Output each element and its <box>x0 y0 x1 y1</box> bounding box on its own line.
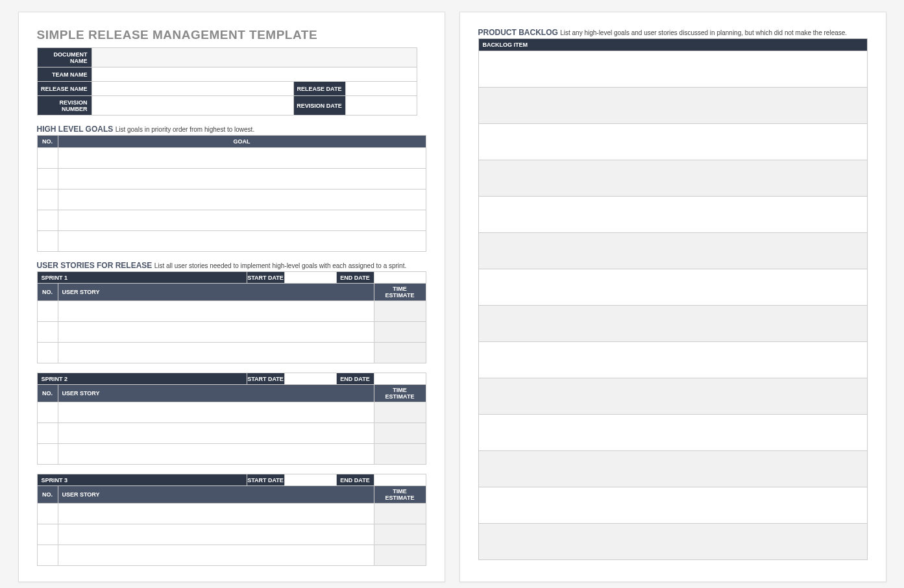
backlog-cell[interactable] <box>478 233 867 269</box>
story-no-cell[interactable] <box>37 343 58 363</box>
story-cell[interactable] <box>58 423 374 444</box>
backlog-cell[interactable] <box>478 524 867 560</box>
sprint-3-end-label: END DATE <box>336 474 374 486</box>
sprint-col-time: TIME ESTIMATE <box>374 486 426 504</box>
story-cell[interactable] <box>58 343 374 363</box>
story-no-cell[interactable] <box>37 402 58 423</box>
goal-no-cell[interactable] <box>37 210 58 231</box>
rev-num-label: REVISION NUMBER <box>37 96 92 116</box>
sprint-1-end-field[interactable] <box>374 272 426 284</box>
story-no-cell[interactable] <box>37 524 58 545</box>
backlog-cell[interactable] <box>478 124 867 160</box>
sprint-2-name: SPRINT 2 <box>37 373 247 385</box>
sprint-2-start-label: START DATE <box>247 373 284 385</box>
release-date-field[interactable] <box>345 82 417 96</box>
goals-heading: HIGH LEVEL GOALS List goals in priority … <box>37 125 426 134</box>
backlog-cell[interactable] <box>478 415 867 451</box>
backlog-cell[interactable] <box>478 51 867 88</box>
story-time-cell[interactable] <box>374 402 426 423</box>
backlog-cell[interactable] <box>478 342 867 378</box>
story-no-cell[interactable] <box>37 423 58 444</box>
backlog-heading: PRODUCT BACKLOG List any high-level goal… <box>478 28 868 37</box>
sprint-2-start-field[interactable] <box>284 373 336 385</box>
sprint-col-no: NO. <box>37 385 58 402</box>
story-cell[interactable] <box>58 444 374 465</box>
goal-cell[interactable] <box>58 190 426 210</box>
backlog-cell[interactable] <box>478 197 867 233</box>
backlog-cell[interactable] <box>478 269 867 306</box>
story-cell[interactable] <box>58 301 374 322</box>
sprint-2-end-label: END DATE <box>336 373 374 385</box>
rev-date-field[interactable] <box>345 96 417 116</box>
goal-no-cell[interactable] <box>37 190 58 210</box>
sprint-1-start-field[interactable] <box>284 272 336 284</box>
sprint-3-start-label: START DATE <box>247 474 284 486</box>
sprint-2-table: SPRINT 2 START DATE END DATE NO. USER ST… <box>37 373 426 465</box>
story-no-cell[interactable] <box>37 444 58 465</box>
sprint-3-end-field[interactable] <box>374 474 426 486</box>
story-no-cell[interactable] <box>37 545 58 566</box>
story-time-cell[interactable] <box>374 504 426 524</box>
doc-name-label: DOCUMENT NAME <box>37 48 92 67</box>
goal-cell[interactable] <box>58 169 426 190</box>
story-time-cell[interactable] <box>374 524 426 545</box>
backlog-cell[interactable] <box>478 451 867 487</box>
team-name-field[interactable] <box>92 67 417 82</box>
goals-heading-text: HIGH LEVEL GOALS <box>37 125 114 134</box>
sprint-1-start-label: START DATE <box>247 272 284 284</box>
story-time-cell[interactable] <box>374 444 426 465</box>
goals-col-no: NO. <box>37 136 58 148</box>
page-1: SIMPLE RELEASE MANAGEMENT TEMPLATE DOCUM… <box>18 12 445 582</box>
story-cell[interactable] <box>58 524 374 545</box>
goal-cell[interactable] <box>58 148 426 169</box>
goal-no-cell[interactable] <box>37 169 58 190</box>
sprint-1-table: SPRINT 1 START DATE END DATE NO. USER ST… <box>37 271 426 363</box>
story-cell[interactable] <box>58 402 374 423</box>
backlog-cell[interactable] <box>478 160 867 197</box>
sprint-3-name: SPRINT 3 <box>37 474 247 486</box>
sprint-col-time: TIME ESTIMATE <box>374 284 426 301</box>
release-name-label: RELEASE NAME <box>37 82 92 96</box>
story-time-cell[interactable] <box>374 423 426 444</box>
goals-col-goal: GOAL <box>58 136 426 148</box>
story-no-cell[interactable] <box>37 301 58 322</box>
story-no-cell[interactable] <box>37 504 58 524</box>
backlog-heading-text: PRODUCT BACKLOG <box>478 28 558 37</box>
backlog-cell[interactable] <box>478 306 867 342</box>
sprint-2-end-field[interactable] <box>374 373 426 385</box>
release-name-field[interactable] <box>92 82 293 96</box>
sprint-3-start-field[interactable] <box>284 474 336 486</box>
goals-subtitle: List goals in priority order from highes… <box>116 126 255 133</box>
sprint-col-story: USER STORY <box>58 486 374 504</box>
stories-heading: USER STORIES FOR RELEASE List all user s… <box>37 261 426 270</box>
stories-heading-text: USER STORIES FOR RELEASE <box>37 261 153 270</box>
backlog-cell[interactable] <box>478 487 867 524</box>
sprint-col-story: USER STORY <box>58 284 374 301</box>
doc-name-field[interactable] <box>92 48 417 67</box>
backlog-cell[interactable] <box>478 88 867 124</box>
sprint-1-name: SPRINT 1 <box>37 272 247 284</box>
page-2: PRODUCT BACKLOG List any high-level goal… <box>459 12 886 582</box>
story-time-cell[interactable] <box>374 545 426 566</box>
story-time-cell[interactable] <box>374 322 426 343</box>
backlog-cell[interactable] <box>478 378 867 415</box>
goals-table: NO. GOAL <box>37 135 426 252</box>
story-cell[interactable] <box>58 545 374 566</box>
rev-num-field[interactable] <box>92 96 293 116</box>
story-cell[interactable] <box>58 504 374 524</box>
template-title: SIMPLE RELEASE MANAGEMENT TEMPLATE <box>37 28 426 42</box>
goal-no-cell[interactable] <box>37 148 58 169</box>
sprint-col-story: USER STORY <box>58 385 374 402</box>
goal-no-cell[interactable] <box>37 231 58 252</box>
stories-subtitle: List all user stories needed to implemen… <box>154 262 407 269</box>
story-time-cell[interactable] <box>374 343 426 363</box>
release-date-label: RELEASE DATE <box>293 82 345 96</box>
sprint-col-time: TIME ESTIMATE <box>374 385 426 402</box>
story-no-cell[interactable] <box>37 322 58 343</box>
goal-cell[interactable] <box>58 231 426 252</box>
backlog-subtitle: List any high-level goals and user stori… <box>560 29 847 36</box>
story-time-cell[interactable] <box>374 301 426 322</box>
backlog-col-item: BACKLOG ITEM <box>478 39 867 51</box>
goal-cell[interactable] <box>58 210 426 231</box>
story-cell[interactable] <box>58 322 374 343</box>
